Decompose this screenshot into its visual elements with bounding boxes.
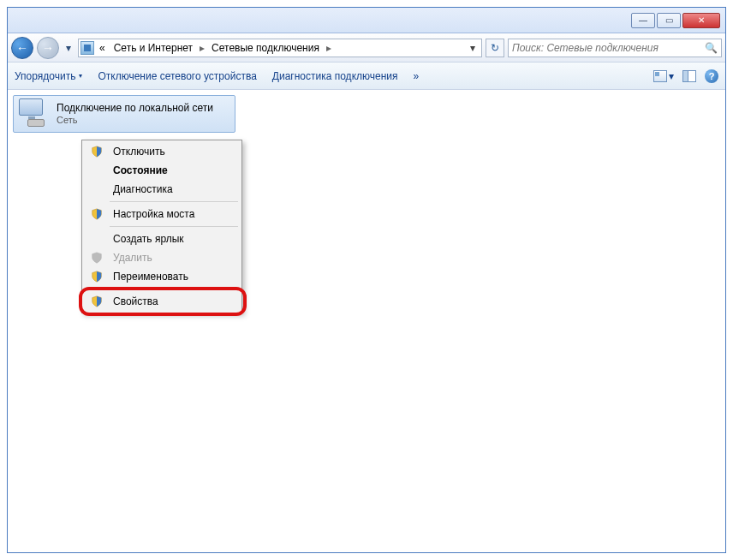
search-icon[interactable]: 🔍 [705,42,718,54]
breadcrumb-sep-icon[interactable]: ▸ [325,42,333,54]
forward-button[interactable]: → [37,37,59,59]
maximize-button[interactable]: ▭ [657,13,681,28]
ctx-separator [110,201,238,202]
shield-icon [90,207,104,221]
title-bar: — ▭ ✕ [8,8,725,33]
ctx-rename[interactable]: Переименовать [84,267,240,286]
ctx-separator [110,289,238,289]
ctx-create-shortcut[interactable]: Создать ярлык [84,229,240,248]
shield-icon [90,270,104,283]
view-icon [653,70,667,82]
preview-pane-button[interactable] [682,70,696,82]
address-dropdown-icon[interactable]: ▾ [466,42,480,54]
close-button[interactable]: ✕ [682,13,720,28]
context-menu: Отключить Состояние Диагностика Настройк… [81,140,242,313]
ctx-delete: Удалить [84,248,240,267]
ctx-disable[interactable]: Отключить [84,142,240,161]
breadcrumb-prefix: « [96,42,109,54]
adapter-icon [17,98,51,129]
explorer-window: — ▭ ✕ ← → ▾ « Сеть и Интернет ▸ Сетевые … [7,7,726,553]
ctx-separator [110,226,238,227]
organize-button[interactable]: Упорядочить▾ [15,70,82,82]
network-connection-item[interactable]: Подключение по локальной сети Сеть [13,95,235,133]
shield-icon [90,295,104,308]
nav-bar: ← → ▾ « Сеть и Интернет ▸ Сетевые подклю… [8,33,725,63]
disable-device-button[interactable]: Отключение сетевого устройства [98,70,256,82]
shield-icon [90,251,104,265]
nav-history-dropdown[interactable]: ▾ [63,39,74,57]
breadcrumb-connections[interactable]: Сетевые подключения [208,42,323,54]
ctx-properties[interactable]: Свойства [84,292,240,311]
help-button[interactable]: ? [705,69,718,83]
breadcrumb-sep-icon[interactable]: ▸ [198,42,206,54]
diagnose-connection-button[interactable]: Диагностика подключения [272,70,398,82]
back-button[interactable]: ← [11,37,33,59]
minimize-button[interactable]: — [631,13,655,28]
ctx-bridge[interactable]: Настройка моста [84,205,240,223]
ctx-diagnostics[interactable]: Диагностика [84,180,240,199]
item-title: Подключение по локальной сети [57,102,213,114]
breadcrumb-network[interactable]: Сеть и Интернет [110,42,196,54]
address-bar[interactable]: « Сеть и Интернет ▸ Сетевые подключения … [78,39,482,57]
toolbar-overflow-button[interactable]: » [414,70,420,82]
command-bar: Упорядочить▾ Отключение сетевого устройс… [8,63,725,90]
refresh-button[interactable]: ↻ [486,39,504,57]
location-icon [80,41,94,55]
search-placeholder: Поиск: Сетевые подключения [512,42,659,54]
view-options-button[interactable]: ▾ [653,70,674,82]
ctx-status[interactable]: Состояние [84,161,240,180]
item-subtitle: Сеть [57,115,213,126]
search-input[interactable]: Поиск: Сетевые подключения 🔍 [508,39,722,57]
content-area[interactable]: Подключение по локальной сети Сеть Отклю… [8,90,725,552]
shield-icon [90,145,104,158]
